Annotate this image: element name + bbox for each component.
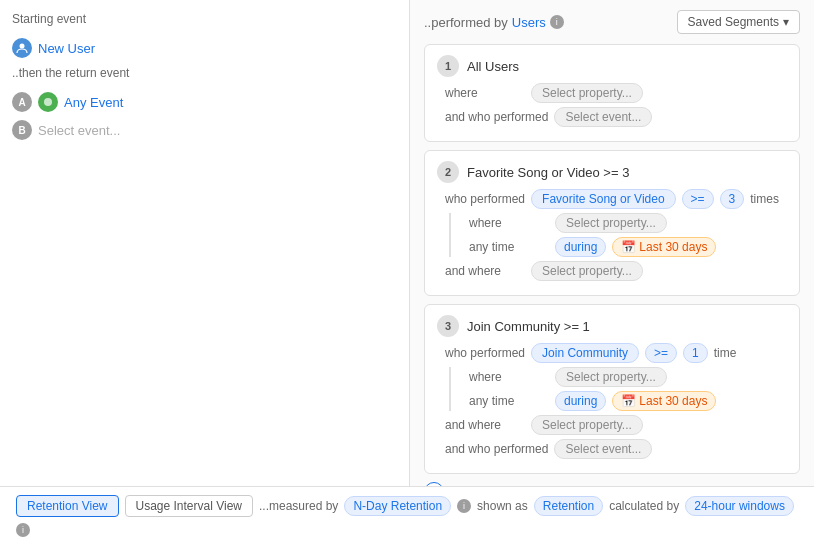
retention-tag[interactable]: Retention <box>534 496 603 516</box>
windows-tag[interactable]: 24-hour windows <box>685 496 794 516</box>
where-property-2[interactable]: Select property... <box>555 213 667 233</box>
new-user-icon <box>12 38 32 58</box>
segment-3-block: 3 Join Community >= 1 who performed Join… <box>424 304 800 474</box>
who-performed-label-3: who performed <box>445 346 525 360</box>
date-pill-2[interactable]: 📅 Last 30 days <box>612 237 716 257</box>
event-name-2[interactable]: Favorite Song or Video <box>531 189 676 209</box>
svg-point-1 <box>44 98 52 106</box>
segment-3-number: 3 <box>437 315 459 337</box>
time-label-3: time <box>714 346 737 360</box>
measured-by-label: ...measured by <box>259 499 338 513</box>
and-who-performed-select-3[interactable]: Select event... <box>554 439 652 459</box>
and-where-label-2: and where <box>445 264 525 278</box>
users-info-icon: i <box>550 15 564 29</box>
segment-1-number: 1 <box>437 55 459 77</box>
where-property-select-1[interactable]: Select property... <box>531 83 643 103</box>
event-name-3[interactable]: Join Community <box>531 343 639 363</box>
then-return-label: ..then the return event <box>12 66 397 80</box>
and-who-performed-label-1: and who performed <box>445 110 548 124</box>
count-2[interactable]: 3 <box>720 189 745 209</box>
any-time-label-2: any time <box>469 240 549 254</box>
starting-event-label: Starting event <box>12 12 397 26</box>
performed-by-label: ..performed by <box>424 15 508 30</box>
calculated-by-label: calculated by <box>609 499 679 513</box>
nday-retention-tag[interactable]: N-Day Retention <box>344 496 451 516</box>
and-where-select-3[interactable]: Select property... <box>531 415 643 435</box>
where-label-3: where <box>469 370 549 384</box>
segment-1-title: All Users <box>467 59 519 74</box>
operator-3[interactable]: >= <box>645 343 677 363</box>
who-performed-label-2: who performed <box>445 192 525 206</box>
and-where-select-2[interactable]: Select property... <box>531 261 643 281</box>
bottom-bar: Retention View Usage Interval View ...me… <box>0 486 814 545</box>
who-performed-select-1[interactable]: Select event... <box>554 107 652 127</box>
usage-interval-tab[interactable]: Usage Interval View <box>125 495 254 517</box>
operator-2[interactable]: >= <box>682 189 714 209</box>
segment-2-indented: where Select property... any time during… <box>449 213 787 257</box>
where-property-3[interactable]: Select property... <box>555 367 667 387</box>
shown-as-label: shown as <box>477 499 528 513</box>
segment-3-title: Join Community >= 1 <box>467 319 590 334</box>
retention-view-tab[interactable]: Retention View <box>16 495 119 517</box>
row-b-badge: B <box>12 120 32 140</box>
and-who-performed-label-3: and who performed <box>445 442 548 456</box>
where-label-2: where <box>469 216 549 230</box>
during-pill-3[interactable]: during <box>555 391 606 411</box>
select-event-b[interactable]: Select event... <box>38 123 120 138</box>
any-time-label-3: any time <box>469 394 549 408</box>
nday-info-icon: i <box>457 499 471 513</box>
segment-1-block: 1 All Users where Select property... and… <box>424 44 800 142</box>
calendar-icon-3: 📅 <box>621 394 636 408</box>
times-label-2: times <box>750 192 779 206</box>
segment-2-title: Favorite Song or Video >= 3 <box>467 165 629 180</box>
segment-3-indented: where Select property... any time during… <box>449 367 787 411</box>
where-label-1: where <box>445 86 525 100</box>
any-event-icon <box>38 92 58 112</box>
users-link[interactable]: Users <box>512 15 546 30</box>
during-pill-2[interactable]: during <box>555 237 606 257</box>
and-where-label-3: and where <box>445 418 525 432</box>
new-user-label[interactable]: New User <box>38 41 95 56</box>
svg-point-0 <box>20 44 25 49</box>
windows-info-icon: i <box>16 523 30 537</box>
segment-2-block: 2 Favorite Song or Video >= 3 who perfor… <box>424 150 800 296</box>
count-3[interactable]: 1 <box>683 343 708 363</box>
saved-segments-button[interactable]: Saved Segments ▾ <box>677 10 800 34</box>
calendar-icon-2: 📅 <box>621 240 636 254</box>
row-a-badge: A <box>12 92 32 112</box>
date-pill-3[interactable]: 📅 Last 30 days <box>612 391 716 411</box>
any-event-label[interactable]: Any Event <box>64 95 123 110</box>
segment-2-number: 2 <box>437 161 459 183</box>
